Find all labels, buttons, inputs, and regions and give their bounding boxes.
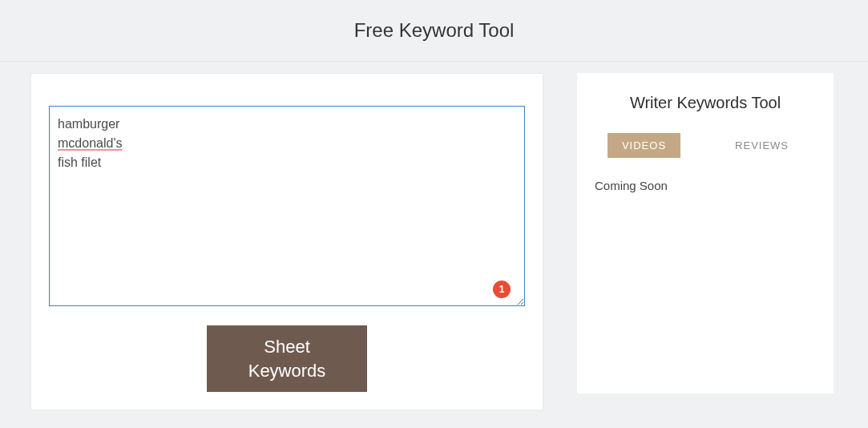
textarea-wrapper: hamburger mcdonald's fish filet 1 (49, 106, 525, 309)
main-container: hamburger mcdonald's fish filet 1 SheetK… (0, 62, 868, 410)
tab-videos[interactable]: VIDEOS (608, 133, 680, 158)
writer-keywords-panel: Writer Keywords Tool VIDEOS REVIEWS Comi… (577, 73, 834, 394)
keyword-textarea[interactable] (49, 106, 525, 306)
sidebar-title: Writer Keywords Tool (595, 94, 816, 112)
sidebar-tabs: VIDEOS REVIEWS (595, 133, 816, 158)
keyword-tool-panel: hamburger mcdonald's fish filet 1 SheetK… (30, 73, 543, 410)
sidebar-content: Coming Soon (595, 179, 816, 192)
sheet-keywords-button[interactable]: SheetKeywords (207, 325, 367, 392)
page-title: Free Keyword Tool (0, 19, 868, 42)
page-header: Free Keyword Tool (0, 0, 868, 62)
tab-reviews[interactable]: REVIEWS (721, 133, 803, 158)
error-count-badge[interactable]: 1 (493, 281, 511, 298)
